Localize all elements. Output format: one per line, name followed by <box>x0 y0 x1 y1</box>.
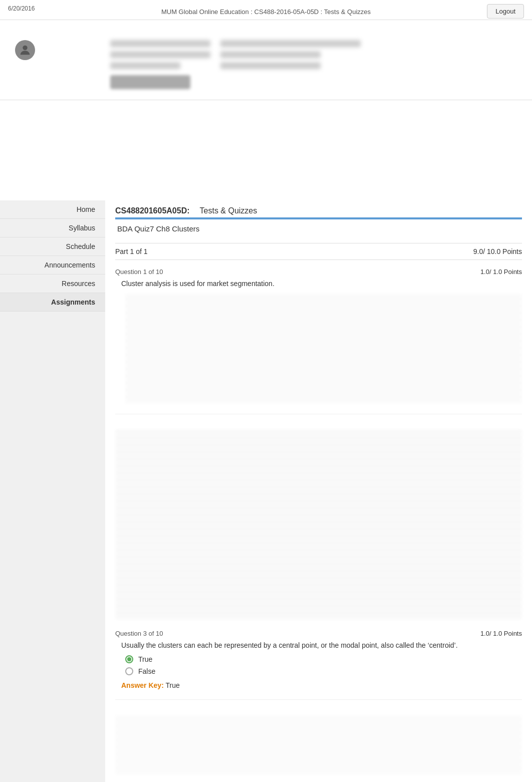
course-code: CS488201605A05D: <box>115 206 190 215</box>
blurred-action-button <box>110 75 190 89</box>
question-3-text: Usually the clusters can each be represe… <box>115 641 522 649</box>
radio-true[interactable] <box>125 655 133 663</box>
page-title: MUM Global Online Education : CS488-2016… <box>161 4 371 16</box>
main-content: CS488201605A05D: Tests & Quizzes BDA Qui… <box>105 200 532 782</box>
question-3-header: Question 3 of 10 1.0/ 1.0 Points <box>115 630 522 637</box>
user-field5-blurred <box>220 62 321 69</box>
remaining-content-blurred <box>115 715 522 775</box>
question-3-options: True False <box>115 655 522 675</box>
date-label: 6/20/2016 <box>8 5 35 12</box>
question-1-block: Question 1 of 10 1.0/ 1.0 Points Cluster… <box>115 268 522 414</box>
answer-key-label: Answer Key: <box>121 681 164 689</box>
answer-false-label: False <box>138 667 155 675</box>
svg-point-0 <box>23 46 27 50</box>
question-1-label: Question 1 of 10 <box>115 268 163 276</box>
course-section: Tests & Quizzes <box>200 206 257 215</box>
page-layout: Home Syllabus Schedule Announcements Res… <box>0 200 532 782</box>
question-1-text: Cluster analysis is used for market segm… <box>115 280 522 288</box>
part-info: Part 1 of 1 9.0/ 10.0 Points <box>115 243 522 260</box>
question-1-points: 1.0/ 1.0 Points <box>480 268 522 276</box>
question-1-blurred-answers <box>125 294 522 404</box>
question-1-header: Question 1 of 10 1.0/ 1.0 Points <box>115 268 522 276</box>
top-bar: 6/20/2016 MUM Global Online Education : … <box>0 0 532 20</box>
part-label: Part 1 of 1 <box>115 247 148 255</box>
sidebar: Home Syllabus Schedule Announcements Res… <box>0 200 105 782</box>
sidebar-item-schedule[interactable]: Schedule <box>0 237 105 256</box>
avatar-area <box>15 40 35 60</box>
sidebar-item-announcements[interactable]: Announcements <box>0 256 105 275</box>
radio-false[interactable] <box>125 667 133 675</box>
question-2-blurred <box>115 429 522 620</box>
sidebar-item-assignments[interactable]: Assignments <box>0 293 105 312</box>
avatar <box>15 40 35 60</box>
logout-button[interactable]: Logout <box>487 4 524 19</box>
part-score: 9.0/ 10.0 Points <box>473 247 522 255</box>
radio-true-dot <box>127 657 131 661</box>
user-email-blurred <box>220 40 361 47</box>
answer-option-false[interactable]: False <box>125 667 522 675</box>
answer-key-value: True <box>165 681 179 689</box>
answer-option-true[interactable]: True <box>125 655 522 663</box>
question-3-points: 1.0/ 1.0 Points <box>480 630 522 637</box>
user-field2-blurred <box>110 51 210 58</box>
user-info-area <box>110 40 371 89</box>
quiz-title: BDA Quiz7 Ch8 Clusters <box>115 224 522 233</box>
sidebar-item-resources[interactable]: Resources <box>0 275 105 293</box>
answer-key-3: Answer Key: True <box>115 681 522 689</box>
user-name-blurred <box>110 40 210 47</box>
user-field3-blurred <box>220 51 321 58</box>
blue-divider <box>115 217 522 219</box>
question-3-label: Question 3 of 10 <box>115 630 163 637</box>
course-header: CS488201605A05D: Tests & Quizzes <box>115 200 522 217</box>
question-3-block: Question 3 of 10 1.0/ 1.0 Points Usually… <box>115 630 522 700</box>
sidebar-item-syllabus[interactable]: Syllabus <box>0 219 105 237</box>
sidebar-item-home[interactable]: Home <box>0 200 105 219</box>
user-field4-blurred <box>110 62 180 69</box>
answer-true-label: True <box>138 655 152 663</box>
